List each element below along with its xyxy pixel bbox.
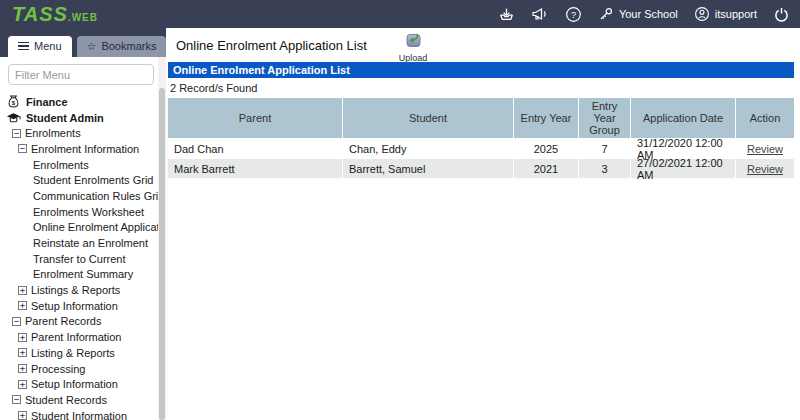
sidebar-item-transfer-to-current[interactable]: Transfer to Current <box>0 251 166 267</box>
svg-text:?: ? <box>571 9 576 19</box>
expand-icon[interactable] <box>18 348 27 357</box>
sidebar-item-finance[interactable]: $ Finance <box>0 94 166 110</box>
sidebar-item-reinstate-an-enrolment[interactable]: Reinstate an Enrolment <box>0 235 166 251</box>
upload-button[interactable]: Upload <box>399 31 428 63</box>
username-label: itsupport <box>715 8 757 20</box>
sidebar-item-label: Setup Information <box>31 378 118 390</box>
sidebar-item-student-information[interactable]: Student Information <box>0 408 166 420</box>
sidebar-item-online-enrolment-applications[interactable]: Online Enrolment Applications <box>0 220 166 236</box>
sidebar-item-listings-and-reports[interactable]: Listings & Reports <box>0 282 166 298</box>
hamburger-icon <box>18 40 29 53</box>
sidebar-item-setup-information-parents[interactable]: Setup Information <box>0 376 166 392</box>
cell-entry-year-group: 7 <box>579 139 631 159</box>
records-found-text: 2 Record/s Found <box>170 82 800 94</box>
star-icon: ☆ <box>87 41 97 51</box>
collapse-icon[interactable] <box>12 395 21 404</box>
top-bar: TASS .WEB ? Your Sch <box>0 0 800 28</box>
help-icon[interactable]: ? <box>565 6 582 23</box>
cell-student: Chan, Eddy <box>343 139 514 159</box>
cell-student: Barrett, Samuel <box>343 159 514 179</box>
sidebar-item-student-enrolments-grid[interactable]: Student Enrolments Grid <box>0 172 166 188</box>
section-title: Online Enrolment Application List <box>173 64 350 76</box>
column-header-entry-year[interactable]: Entry Year <box>514 98 579 139</box>
sidebar-item-enrolments-worksheet[interactable]: Enrolments Worksheet <box>0 204 166 220</box>
sidebar-item-label: Enrolment Summary <box>33 268 133 280</box>
sidebar-item-label: Enrolments <box>33 159 89 171</box>
logo-suffix: .WEB <box>68 12 98 23</box>
svg-text:$: $ <box>12 100 16 106</box>
applications-table: Parent Student Entry Year Entry Year Gro… <box>168 98 794 179</box>
collapse-icon[interactable] <box>12 317 21 326</box>
sidebar: $ Finance Student Admin <box>0 57 166 420</box>
sidebar-item-processing[interactable]: Processing <box>0 361 166 377</box>
top-bar-actions: ? Your School itsupport <box>498 6 790 23</box>
expand-icon[interactable] <box>18 333 27 342</box>
sidebar-item-label: Reinstate an Enrolment <box>33 237 148 249</box>
sidebar-item-label: Finance <box>26 96 68 108</box>
sidebar-item-label: Online Enrolment Applications <box>33 221 166 233</box>
main-content: Online Enrolment Application List <box>166 28 800 420</box>
sidebar-item-label: Enrolments <box>25 127 81 139</box>
column-header-parent[interactable]: Parent <box>168 98 343 139</box>
sidebar-item-student-admin[interactable]: Student Admin <box>0 110 166 126</box>
download-icon[interactable] <box>498 6 515 23</box>
review-link[interactable]: Review <box>747 143 783 155</box>
upload-icon <box>405 31 422 52</box>
user-menu[interactable]: itsupport <box>694 6 757 22</box>
review-link[interactable]: Review <box>747 163 783 175</box>
expand-icon[interactable] <box>18 380 27 389</box>
tab-menu[interactable]: Menu <box>8 36 72 58</box>
sidebar-item-parent-records[interactable]: Parent Records <box>0 314 166 330</box>
page-title: Online Enrolment Application List <box>176 28 367 53</box>
expand-icon[interactable] <box>18 411 27 420</box>
column-header-action[interactable]: Action <box>736 98 794 139</box>
sidebar-item-enrolments-page[interactable]: Enrolments <box>0 157 166 173</box>
sidebar-item-label: Student Records <box>25 394 107 406</box>
column-header-entry-year-group[interactable]: Entry Year Group <box>579 98 631 139</box>
sidebar-item-communication-rules-grid[interactable]: Communication Rules Grid <box>0 188 166 204</box>
cell-entry-year-group: 3 <box>579 159 631 179</box>
collapse-icon[interactable] <box>12 129 21 138</box>
sidebar-item-enrolment-summary[interactable]: Enrolment Summary <box>0 267 166 283</box>
column-header-application-date[interactable]: Application Date <box>631 98 736 139</box>
your-school-menu[interactable]: Your School <box>598 6 678 22</box>
cell-application-date: 27/02/2021 12:00 AM <box>631 159 736 179</box>
sidebar-item-enrolment-information[interactable]: Enrolment Information <box>0 141 166 157</box>
tab-menu-label: Menu <box>34 40 62 52</box>
sidebar-tab-strip: Menu ☆ Bookmarks <box>0 28 166 57</box>
page-title-row: Online Enrolment Application List <box>166 28 800 62</box>
cell-parent: Dad Chan <box>168 139 343 159</box>
cell-entry-year: 2021 <box>514 159 579 179</box>
tab-bookmarks-label: Bookmarks <box>101 40 156 52</box>
power-icon[interactable] <box>773 6 790 23</box>
your-school-label: Your School <box>619 8 678 20</box>
logo-brand: TASS <box>12 1 68 27</box>
collapse-icon[interactable] <box>18 144 27 153</box>
sidebar-item-parent-information[interactable]: Parent Information <box>0 329 166 345</box>
left-column: Menu ☆ Bookmarks $ <box>0 28 166 420</box>
sidebar-item-label: Student Information <box>31 410 127 420</box>
sidebar-item-student-records[interactable]: Student Records <box>0 392 166 408</box>
sidebar-item-enrolments[interactable]: Enrolments <box>0 125 166 141</box>
tab-bookmarks[interactable]: ☆ Bookmarks <box>77 36 167 57</box>
expand-icon[interactable] <box>18 364 27 373</box>
sidebar-item-label: Communication Rules Grid <box>33 190 164 202</box>
filter-menu-input[interactable] <box>8 64 154 85</box>
sidebar-item-label: Processing <box>31 363 85 375</box>
cell-entry-year: 2025 <box>514 139 579 159</box>
sidebar-item-listing-and-reports[interactable]: Listing & Reports <box>0 345 166 361</box>
sidebar-scrollbar-thumb[interactable] <box>159 88 165 420</box>
sidebar-item-label: Parent Information <box>31 331 122 343</box>
sidebar-scrollbar[interactable] <box>158 57 166 420</box>
expand-icon[interactable] <box>18 301 27 310</box>
sidebar-item-setup-information-enrolments[interactable]: Setup Information <box>0 298 166 314</box>
tass-web-logo: TASS .WEB <box>12 1 98 27</box>
column-header-student[interactable]: Student <box>343 98 514 139</box>
sidebar-item-label: Listing & Reports <box>31 347 115 359</box>
megaphone-icon[interactable] <box>531 6 549 22</box>
expand-icon[interactable] <box>18 286 27 295</box>
section-header-bar: Online Enrolment Application List <box>168 62 794 78</box>
grad-cap-icon <box>6 112 21 124</box>
sidebar-item-label: Enrolment Information <box>31 143 139 155</box>
cell-action: Review <box>736 159 794 179</box>
